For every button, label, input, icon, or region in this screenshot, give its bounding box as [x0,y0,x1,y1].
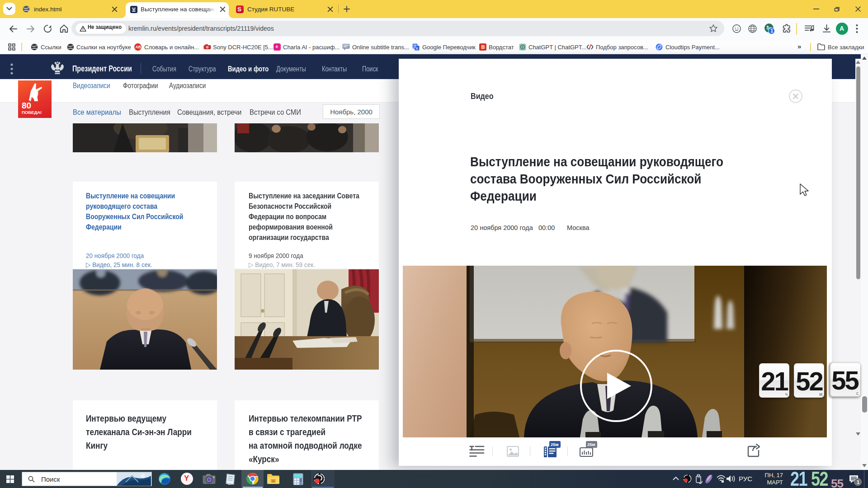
svg-text:A: A [416,47,418,51]
svg-text:ПОБЕДА!: ПОБЕДА! [22,110,42,115]
svg-text:80: 80 [22,101,31,110]
